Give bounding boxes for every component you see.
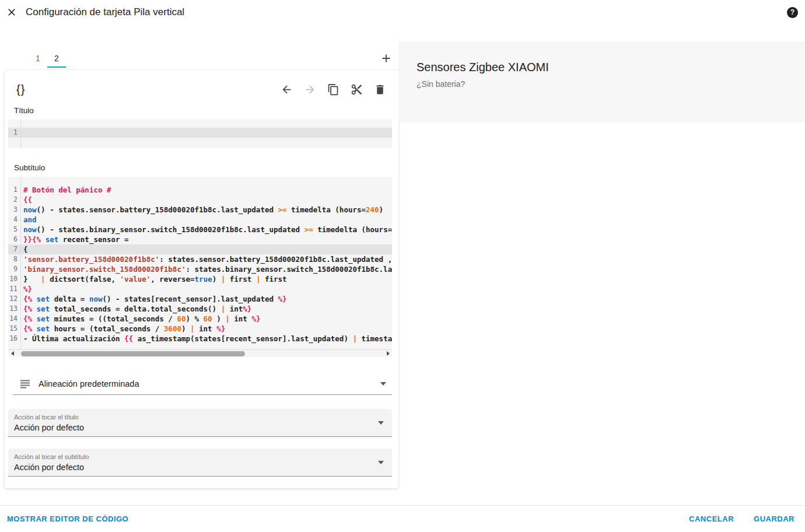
code-line: # Botón del pánico #	[21, 185, 392, 195]
close-button[interactable]	[4, 4, 20, 20]
tap-subtitle-action-select[interactable]: Acción al tocar el subtítulo Acción por …	[8, 449, 392, 477]
line-number: 16	[8, 334, 20, 344]
chevron-down-icon	[378, 461, 384, 464]
code-line: %}	[21, 284, 392, 294]
scroll-left-icon	[11, 351, 14, 356]
line-number: 4	[8, 215, 20, 225]
move-forward-button	[304, 83, 316, 96]
delete-button[interactable]	[374, 83, 386, 96]
code-line: {% set total_seconds = delta.total_secon…	[21, 304, 392, 314]
code-line: {% set hours = (total_seconds / 3600) | …	[21, 324, 392, 334]
code-line: {% set delta = now() - states[recent_sen…	[21, 294, 392, 304]
code-lines: # Botón del pánico #{{now() - states.sen…	[21, 177, 392, 349]
line-number: 10	[8, 274, 20, 284]
line-number: 8	[8, 254, 20, 264]
code-line: }}{% set recent_sensor =	[21, 235, 392, 244]
code-line: and	[21, 215, 392, 225]
card-preview: Sensores Zigbee XIAOMI ¿Sin bateria?	[398, 41, 805, 123]
code-line: now() - states.sensor.battery_158d00020f…	[21, 205, 392, 215]
line-number: 3	[8, 205, 20, 215]
dialog-footer: MOSTRAR EDITOR DE CÓDIGO CANCELAR GUARDA…	[0, 505, 805, 532]
line-number: 12	[8, 294, 20, 304]
chevron-down-icon	[378, 421, 384, 425]
arrow-right-icon	[304, 83, 316, 96]
tap-title-action-value: Acción por defecto	[14, 423, 385, 432]
tap-title-action-label: Acción al tocar el título	[14, 414, 385, 421]
card-config-dialog: Configuración de tarjeta Pila vertical ?…	[0, 0, 805, 532]
scroll-left-button[interactable]	[8, 350, 16, 358]
chevron-down-icon	[380, 382, 386, 386]
line-number: 14	[8, 314, 20, 324]
save-button[interactable]: GUARDAR	[752, 511, 796, 527]
tab-label: 2	[54, 54, 59, 63]
line-number-gutter: 1	[8, 120, 21, 148]
tap-subtitle-action-value: Acción por defecto	[14, 463, 385, 472]
line-number: 1	[8, 185, 20, 195]
add-card-button[interactable]	[377, 49, 395, 68]
card-tabs: 1 2	[5, 49, 398, 68]
code-braces-icon: {}	[16, 83, 25, 96]
code-line: } | dictsort(false, 'value', reverse=tru…	[21, 274, 392, 284]
help-icon: ?	[790, 8, 794, 16]
subtitle-code-editor[interactable]: 12345678910111213141516 # Botón del páni…	[8, 177, 392, 349]
tab-card-1[interactable]: 1	[29, 49, 47, 68]
scroll-right-button[interactable]	[384, 350, 392, 358]
horizontal-scrollbar[interactable]	[8, 349, 392, 357]
line-number: 13	[8, 304, 20, 314]
scrollbar-thumb[interactable]	[21, 351, 245, 356]
alignment-label: Alineación predeterminada	[38, 379, 139, 388]
plus-icon	[380, 52, 393, 65]
code-line: {% set minutes = ((total_seconds / 60) %…	[21, 314, 392, 324]
code-line: {{	[21, 195, 392, 205]
line-number: 11	[8, 284, 20, 294]
scrollbar-track[interactable]	[16, 350, 384, 358]
line-number: 5	[8, 225, 20, 235]
tab-label: 1	[36, 54, 40, 63]
code-lines	[21, 120, 392, 148]
titulo-label: Título	[14, 106, 389, 116]
move-back-button[interactable]	[281, 83, 293, 96]
line-number: 2	[8, 195, 20, 205]
dialog-header: Configuración de tarjeta Pila vertical ?	[0, 0, 805, 24]
cut-button[interactable]	[351, 83, 363, 96]
line-number: 9	[8, 264, 20, 274]
line-number: 7	[8, 244, 20, 254]
preview-title: Sensores Zigbee XIAOMI	[416, 61, 796, 74]
line-number-gutter: 12345678910111213141516	[8, 177, 21, 349]
scissors-icon	[351, 83, 363, 96]
scroll-right-icon	[387, 351, 390, 356]
footer-actions: CANCELAR GUARDAR	[688, 511, 796, 527]
line-number: 6	[8, 235, 20, 244]
code-line: 'binary_sensor.switch_158d00020f1b8c': s…	[21, 264, 392, 274]
code-line: {	[21, 244, 392, 254]
subtitulo-label: Subtítulo	[14, 163, 389, 173]
close-icon	[6, 6, 18, 18]
code-line	[21, 128, 392, 138]
toolbar-actions	[281, 83, 386, 96]
help-button[interactable]: ?	[787, 7, 798, 18]
copy-icon	[327, 83, 340, 96]
dialog-title: Configuración de tarjeta Pila vertical	[26, 6, 184, 18]
code-line: now() - states.binary_sensor.switch_158d…	[21, 225, 392, 235]
line-number: 1	[8, 128, 20, 138]
tab-card-2[interactable]: 2	[47, 49, 66, 68]
tap-title-action-select[interactable]: Acción al tocar el título Acción por def…	[8, 409, 392, 437]
editor-toolbar: {}	[5, 70, 398, 99]
code-line: - Última actualización {{ as_timestamp(s…	[21, 334, 392, 344]
arrow-left-icon	[281, 83, 293, 96]
title-code-editor[interactable]: 1	[8, 120, 392, 148]
show-code-editor-button[interactable]: MOSTRAR EDITOR DE CÓDIGO	[6, 511, 130, 527]
trash-icon	[374, 83, 386, 96]
card-editor-panel: {}	[5, 70, 398, 488]
alignment-select[interactable]: Alineación predeterminada	[13, 373, 392, 395]
tap-subtitle-action-label: Acción al tocar el subtítulo	[14, 453, 385, 460]
preview-subtitle: ¿Sin bateria?	[416, 79, 796, 89]
line-number: 15	[8, 324, 20, 334]
format-align-icon	[20, 379, 30, 389]
code-line: 'sensor.battery_158d00020f1b8c': states.…	[21, 254, 392, 264]
copy-button[interactable]	[327, 83, 340, 96]
cancel-button[interactable]: CANCELAR	[688, 511, 735, 527]
